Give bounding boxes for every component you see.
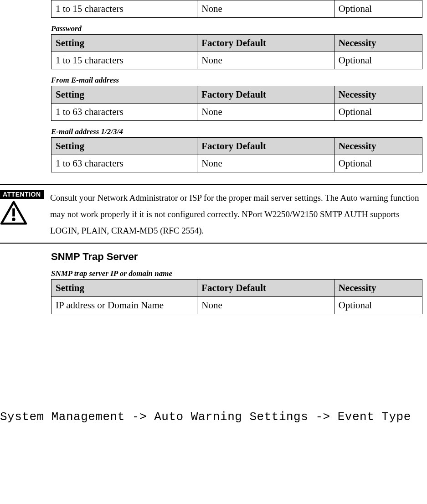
attention-text: Consult your Network Administrator or IS… — [50, 190, 427, 239]
cell-setting: IP address or Domain Name — [51, 297, 197, 314]
cell-setting: 1 to 15 characters — [51, 0, 197, 18]
cell-setting: 1 to 15 characters — [51, 52, 197, 69]
cell-necessity: Optional — [334, 104, 422, 121]
table-password: Setting Factory Default Necessity 1 to 1… — [51, 34, 422, 69]
table-snmp-trap: Setting Factory Default Necessity IP add… — [51, 279, 422, 314]
header-setting: Setting — [51, 280, 197, 297]
table-row: 1 to 63 characters None Optional — [51, 155, 422, 172]
table-header-row: Setting Factory Default Necessity — [51, 35, 422, 52]
cell-default: None — [197, 0, 334, 18]
svg-rect-1 — [12, 208, 15, 217]
cell-default: None — [197, 155, 334, 172]
table-title-password: Password — [51, 24, 422, 33]
header-default: Factory Default — [197, 35, 334, 52]
cell-default: None — [197, 297, 334, 314]
cell-default: None — [197, 52, 334, 69]
header-default: Factory Default — [197, 280, 334, 297]
cell-setting: 1 to 63 characters — [51, 104, 197, 121]
table-row: IP address or Domain Name None Optional — [51, 297, 422, 314]
section-heading-snmp-trap: SNMP Trap Server — [51, 251, 422, 263]
svg-point-2 — [12, 218, 15, 221]
table-header-row: Setting Factory Default Necessity — [51, 138, 422, 155]
table-title-snmp-trap: SNMP trap server IP or domain name — [51, 269, 422, 278]
header-default: Factory Default — [197, 86, 334, 104]
cell-default: None — [197, 104, 334, 121]
attention-badge: ATTENTION — [0, 190, 44, 199]
header-setting: Setting — [51, 138, 197, 155]
header-default: Factory Default — [197, 138, 334, 155]
breadcrumb: System Management -> Auto Warning Settin… — [0, 410, 427, 428]
table-continuation: 1 to 15 characters None Optional — [51, 0, 422, 18]
cell-setting: 1 to 63 characters — [51, 155, 197, 172]
table-header-row: Setting Factory Default Necessity — [51, 86, 422, 104]
cell-necessity: Optional — [334, 155, 422, 172]
attention-callout: ATTENTION Consult your Network Administr… — [0, 184, 427, 244]
table-email-1234: Setting Factory Default Necessity 1 to 6… — [51, 137, 422, 172]
table-from-email: Setting Factory Default Necessity 1 to 6… — [51, 86, 422, 121]
table-row: 1 to 15 characters None Optional — [51, 0, 422, 18]
header-setting: Setting — [51, 35, 197, 52]
table-header-row: Setting Factory Default Necessity — [51, 280, 422, 297]
header-necessity: Necessity — [334, 138, 422, 155]
table-title-from-email: From E-mail address — [51, 76, 422, 85]
table-row: 1 to 63 characters None Optional — [51, 104, 422, 121]
table-row: 1 to 15 characters None Optional — [51, 52, 422, 69]
cell-necessity: Optional — [334, 297, 422, 314]
cell-necessity: Optional — [334, 52, 422, 69]
header-setting: Setting — [51, 86, 197, 104]
header-necessity: Necessity — [334, 35, 422, 52]
table-title-email-1234: E-mail address 1/2/3/4 — [51, 127, 422, 136]
header-necessity: Necessity — [334, 280, 422, 297]
warning-icon — [0, 201, 27, 225]
header-necessity: Necessity — [334, 86, 422, 104]
cell-necessity: Optional — [334, 0, 422, 18]
